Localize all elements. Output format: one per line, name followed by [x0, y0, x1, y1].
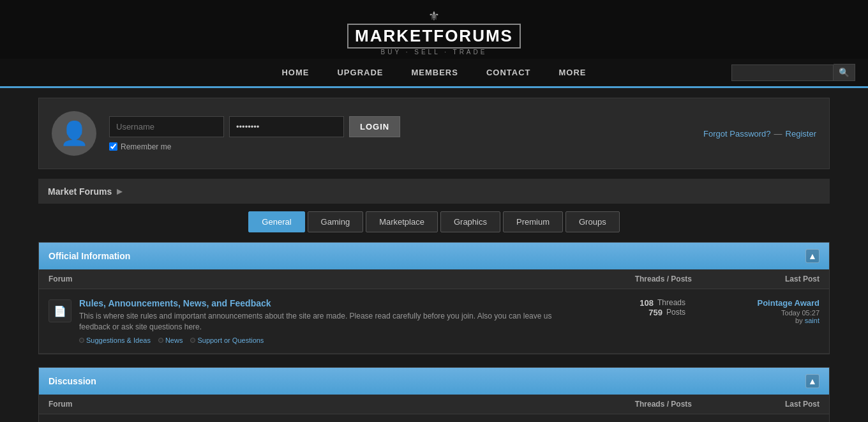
- forum-left: 📄 Rules, Announcements, News, and Feedba…: [49, 298, 564, 344]
- login-form: LOGIN Remember me: [109, 116, 400, 151]
- forum-sublinks-rules: Suggestions & Ideas News Support or Ques…: [79, 336, 564, 344]
- col-threads-posts-label: Threads / Posts: [564, 275, 692, 283]
- tab-premium[interactable]: Premium: [503, 211, 563, 232]
- forum-info: Rules, Announcements, News, and Feedback…: [79, 298, 564, 344]
- breadcrumb-arrow-icon: ▸: [117, 185, 122, 197]
- remember-me: Remember me: [109, 142, 400, 151]
- forum-icon: 📄: [49, 299, 71, 322]
- sublink-support[interactable]: Support or Questions: [190, 336, 264, 344]
- forum-stats-rules: 108 Threads 759 Posts: [564, 298, 692, 317]
- tabs-row: General Gaming Marketplace Graphics Prem…: [38, 211, 830, 232]
- logo-crown-icon: ⚜: [428, 8, 440, 24]
- threads-count: 108: [640, 298, 654, 308]
- section-header-discussion: Discussion ▲: [39, 368, 829, 395]
- password-input[interactable]: [229, 116, 344, 137]
- search-button[interactable]: 🔍: [834, 64, 855, 81]
- logo: ⚜ MARKETFORUMS BUY · SELL · TRADE: [347, 8, 521, 56]
- sublink-dot-icon: [190, 338, 195, 343]
- main-container: 👤 LOGIN Remember me Forgot Password? — R…: [26, 88, 842, 422]
- sublink-dot-icon: [79, 338, 84, 343]
- nav-upgrade[interactable]: UPGRADE: [323, 59, 397, 86]
- last-post-by-rules: by saint: [692, 317, 819, 324]
- login-fields: LOGIN: [109, 116, 400, 137]
- breadcrumb: Market Forums ▸: [38, 179, 830, 204]
- nav-members[interactable]: MEMBERS: [397, 59, 472, 86]
- section-title-official: Official Information: [49, 251, 130, 261]
- top-bar: ⚜ MARKETFORUMS BUY · SELL · TRADE HOME U…: [0, 0, 868, 88]
- tab-graphics[interactable]: Graphics: [440, 211, 500, 232]
- nav-bar: HOME UPGRADE MEMBERS CONTACT MORE 🔍: [0, 59, 868, 86]
- col-forum-label-disc: Forum: [49, 400, 564, 409]
- logo-tagline: BUY · SELL · TRADE: [381, 49, 488, 56]
- forum-table-header-official: Forum Threads / Posts Last Post: [39, 269, 829, 289]
- col-threads-posts-label-disc: Threads / Posts: [564, 400, 692, 409]
- section-title-discussion: Discussion: [49, 376, 96, 386]
- logo-wrapper: ⚜ MARKETFORUMS BUY · SELL · TRADE: [0, 5, 868, 59]
- tab-general[interactable]: General: [248, 211, 304, 232]
- section-discussion: Discussion ▲ Forum Threads / Posts Last …: [38, 367, 830, 422]
- forum-table-header-discussion: Forum Threads / Posts Last Post: [39, 395, 829, 414]
- col-forum-label: Forum: [49, 275, 564, 283]
- nav-contact[interactable]: CONTACT: [472, 59, 545, 86]
- sublink-dot-icon: [158, 338, 163, 343]
- remember-checkbox[interactable]: [109, 142, 117, 151]
- table-row: 📄 Rules, Announcements, News, and Feedba…: [39, 289, 829, 354]
- sublink-news[interactable]: News: [158, 336, 183, 344]
- tab-gaming[interactable]: Gaming: [308, 211, 364, 232]
- section-official-information: Official Information ▲ Forum Threads / P…: [38, 242, 830, 354]
- register-link[interactable]: Register: [786, 129, 816, 139]
- tab-marketplace[interactable]: Marketplace: [366, 211, 438, 232]
- tab-groups[interactable]: Groups: [565, 211, 620, 232]
- sublink-suggestions[interactable]: Suggestions & Ideas: [79, 336, 151, 344]
- breadcrumb-label: Market Forums: [48, 186, 112, 197]
- login-button[interactable]: LOGIN: [349, 116, 400, 137]
- threads-stat: 108 Threads: [564, 298, 685, 308]
- avatar: 👤: [52, 111, 96, 156]
- last-post-user-rules[interactable]: saint: [805, 317, 819, 324]
- nav-more[interactable]: MORE: [545, 59, 601, 86]
- logo-brand: MARKETFORUMS: [347, 24, 521, 49]
- login-links: Forgot Password? — Register: [703, 129, 816, 139]
- last-post-time-rules: Today 05:27: [692, 309, 819, 317]
- remember-label: Remember me: [121, 142, 171, 151]
- nav-links: HOME UPGRADE MEMBERS CONTACT MORE: [267, 59, 600, 86]
- section-header-official: Official Information ▲: [39, 243, 829, 269]
- col-last-post-label: Last Post: [692, 275, 819, 283]
- search-area: 🔍: [731, 64, 855, 81]
- avatar-icon: 👤: [60, 120, 89, 147]
- collapse-official-button[interactable]: ▲: [805, 249, 819, 263]
- nav-home[interactable]: HOME: [267, 59, 323, 86]
- col-last-post-label-disc: Last Post: [692, 400, 819, 409]
- forum-desc-rules: This is where site rules and important a…: [79, 311, 564, 333]
- last-post-title-rules[interactable]: Pointage Award: [757, 298, 819, 308]
- forgot-password-link[interactable]: Forgot Password?: [703, 129, 771, 139]
- posts-count: 759: [648, 308, 662, 317]
- search-input[interactable]: [731, 64, 834, 81]
- separator: —: [774, 129, 782, 139]
- table-row: 💬 Lounge Kick back, relax, and enjoy the…: [39, 414, 829, 422]
- collapse-discussion-button[interactable]: ▲: [805, 374, 819, 388]
- username-input[interactable]: [109, 116, 224, 137]
- posts-stat: 759 Posts: [564, 308, 685, 317]
- login-section: 👤 LOGIN Remember me Forgot Password? — R…: [38, 98, 830, 169]
- last-post-rules: Pointage Award Today 05:27 by saint: [692, 298, 819, 324]
- forum-name-rules[interactable]: Rules, Announcements, News, and Feedback: [79, 298, 271, 308]
